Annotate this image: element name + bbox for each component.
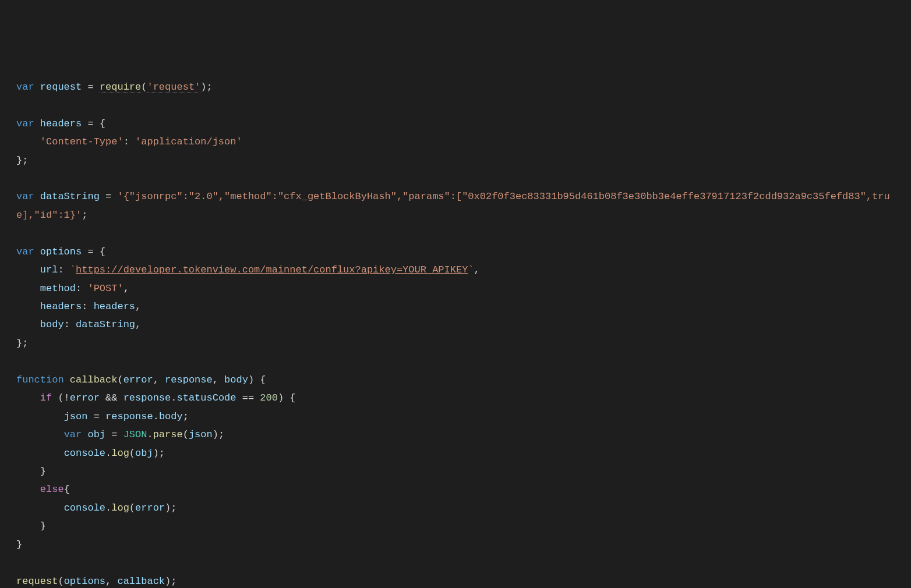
- identifier: request: [40, 82, 82, 93]
- brace: ) {: [278, 392, 296, 403]
- code-line: headers: headers,: [16, 301, 141, 312]
- identifier: response: [123, 392, 171, 403]
- param: body: [224, 374, 248, 385]
- identifier: json: [64, 411, 88, 422]
- identifier: obj: [135, 448, 153, 459]
- colon: :: [76, 283, 87, 294]
- code-line: body: dataString,: [16, 319, 141, 330]
- colon: :: [123, 136, 135, 147]
- identifier: console: [64, 502, 105, 513]
- param: response: [165, 374, 213, 385]
- method: log: [111, 448, 129, 459]
- indent: [16, 264, 40, 275]
- identifier: console: [64, 448, 105, 459]
- identifier: error: [135, 502, 165, 513]
- comma: ,: [123, 283, 129, 294]
- identifier: obj: [87, 429, 105, 440]
- identifier: callback: [117, 576, 165, 587]
- code-line: var headers = {: [16, 118, 105, 129]
- identifier: options: [40, 246, 82, 257]
- url-string[interactable]: https://developer.tokenview.com/mainnet/…: [76, 264, 468, 275]
- dot: .: [153, 411, 159, 422]
- string: '{"jsonrpc":"2.0","method":"cfx_getBlock…: [16, 191, 890, 220]
- paren: (!: [52, 392, 70, 403]
- code-line: request(options, callback);: [16, 576, 176, 587]
- property: headers: [40, 301, 82, 312]
- string: 'POST': [87, 283, 123, 294]
- operator: =: [105, 429, 123, 440]
- indent: [16, 411, 64, 422]
- code-line: method: 'POST',: [16, 283, 129, 294]
- dot: .: [171, 392, 176, 403]
- keyword-var: var: [16, 82, 34, 93]
- global-json: JSON: [123, 429, 147, 440]
- indent: [16, 502, 64, 513]
- keyword-var: var: [16, 191, 34, 202]
- identifier: headers: [94, 301, 135, 312]
- paren: );: [165, 576, 176, 587]
- property: statusCode: [176, 392, 236, 403]
- identifier: dataString: [76, 319, 135, 330]
- property: method: [40, 283, 76, 294]
- keyword-else: else: [40, 484, 64, 495]
- code-line: console.log(error);: [16, 502, 176, 513]
- property: body: [159, 411, 183, 422]
- backtick: `: [70, 264, 76, 275]
- indent: [16, 466, 40, 477]
- indent: [16, 448, 64, 459]
- dot: .: [147, 429, 153, 440]
- paren: (: [129, 448, 135, 459]
- dot: .: [105, 502, 111, 513]
- code-line: }: [16, 539, 22, 550]
- indent: [16, 484, 40, 495]
- function-name: callback: [70, 374, 118, 385]
- brace: };: [16, 155, 28, 166]
- property: url: [40, 264, 58, 275]
- paren: ): [200, 82, 206, 93]
- brace: }: [16, 539, 22, 550]
- identifier: headers: [40, 118, 82, 129]
- identifier: response: [105, 411, 153, 422]
- semicolon: ;: [207, 82, 213, 93]
- identifier: json: [189, 429, 213, 440]
- brace: = {: [82, 118, 105, 129]
- backtick: `: [468, 264, 474, 275]
- identifier: error: [70, 392, 100, 403]
- code-line: console.log(obj);: [16, 448, 165, 459]
- brace: ) {: [248, 374, 266, 385]
- code-line: else{: [16, 484, 70, 495]
- identifier: options: [64, 576, 105, 587]
- string: 'request': [147, 82, 200, 93]
- string-key: 'Content-Type': [40, 136, 123, 147]
- brace: }: [40, 466, 46, 477]
- code-line: var options = {: [16, 246, 105, 257]
- indent: [16, 136, 40, 147]
- semicolon: ;: [82, 210, 87, 221]
- code-line: json = response.body;: [16, 411, 189, 422]
- code-line: var dataString = '{"jsonrpc":"2.0","meth…: [16, 191, 890, 220]
- paren: );: [153, 448, 165, 459]
- operator: =: [100, 191, 118, 202]
- comma: ,: [105, 576, 117, 587]
- indent: [16, 283, 40, 294]
- dot: .: [105, 448, 111, 459]
- keyword-function: function: [16, 374, 64, 385]
- indent: [16, 429, 64, 440]
- brace: = {: [82, 246, 105, 257]
- colon: :: [58, 264, 69, 275]
- code-line: function callback(error, response, body)…: [16, 374, 266, 385]
- operator: ==: [236, 392, 260, 403]
- code-line: var request = require('request');: [16, 82, 213, 93]
- code-line: var obj = JSON.parse(json);: [16, 429, 224, 440]
- brace: };: [16, 338, 28, 349]
- paren: (: [117, 374, 123, 385]
- comma: ,: [153, 374, 165, 385]
- code-line: };: [16, 155, 28, 166]
- comma: ,: [135, 319, 141, 330]
- paren: (: [129, 502, 135, 513]
- property: body: [40, 319, 64, 330]
- operator: =: [87, 411, 105, 422]
- code-editor-content[interactable]: var request = require('request'); var he…: [16, 78, 895, 588]
- code-line: }: [16, 466, 46, 477]
- colon: :: [82, 301, 93, 312]
